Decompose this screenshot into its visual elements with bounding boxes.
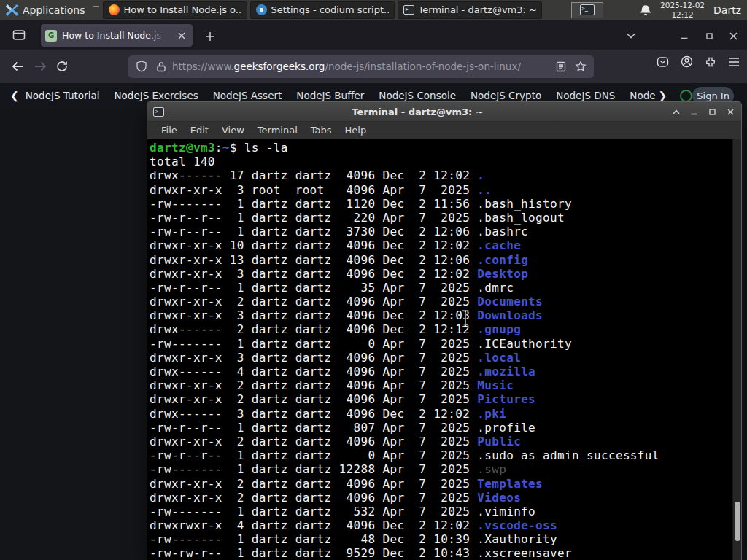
tracking-shield-icon[interactable] [136, 61, 147, 72]
terminal-line: -rw-r--r-- 1 dartz dartz 35 Apr 7 2025 .… [150, 281, 741, 295]
bookmark-star-icon[interactable] [575, 61, 587, 72]
user-menu[interactable]: Dartz [713, 4, 741, 16]
search-icon[interactable] [680, 90, 692, 102]
list-all-tabs-button[interactable] [622, 26, 640, 45]
new-tab-button[interactable] [201, 28, 219, 45]
terminal-line: drwxr-xr-x 2 dartz dartz 4096 Apr 7 2025… [150, 295, 741, 308]
terminal-shade-button[interactable] [671, 107, 681, 117]
nav-scroll-left-icon[interactable]: ❮ [10, 90, 19, 101]
terminal-line: drwxr-xr-x 3 dartz dartz 4096 Dec 2 12:0… [150, 267, 741, 281]
tab-title: How to Install Node.js on [62, 30, 164, 41]
nav-item-nodejs-assert[interactable]: NodeJS Assert [213, 90, 282, 101]
terminal-line: -rw-r--r-- 1 dartz dartz 807 Apr 7 2025 … [150, 421, 741, 435]
nav-item-node-truncated[interactable]: Node [630, 90, 655, 101]
terminal-line: drwxr-xr-x 2 dartz dartz 4096 Apr 7 2025… [150, 491, 741, 505]
menu-terminal[interactable]: Terminal [251, 125, 304, 136]
chevron-up-icon [673, 109, 680, 114]
browser-tab-active[interactable]: G How to Install Node.js on [41, 24, 193, 47]
terminal-body[interactable]: dartz@vm3:~$ ls -latotal 140drwx------ 1… [147, 139, 741, 560]
menu-view[interactable]: View [215, 125, 251, 136]
terminal-line: drwxr-xr-x 2 dartz dartz 4096 Apr 7 2025… [150, 435, 741, 448]
terminal-icon: >_ [403, 5, 414, 15]
close-icon [178, 32, 185, 39]
applications-icon [6, 4, 18, 16]
terminal-scrollbar[interactable] [732, 139, 741, 560]
reload-button[interactable] [51, 55, 73, 77]
menu-file[interactable]: File [155, 125, 184, 136]
firefox-icon [109, 4, 120, 15]
nav-item-nodejs-dns[interactable]: NodeJS DNS [556, 90, 615, 101]
terminal-line: drwx------ 3 dartz dartz 4096 Dec 2 12:0… [150, 407, 741, 421]
terminal-output: dartz@vm3:~$ ls -latotal 140drwx------ 1… [147, 139, 741, 560]
window-minimize-button[interactable] [675, 26, 694, 45]
terminal-line: -rw-r--r-- 1 dartz dartz 0 Apr 7 2025 .s… [150, 448, 741, 462]
terminal-window: >_ Terminal - dartz@vm3: ~ File Edit [147, 102, 741, 560]
reload-icon [56, 61, 68, 72]
menu-tabs[interactable]: Tabs [304, 125, 338, 136]
browser-toolbar: https://www.geeksforgeeks.org/node-js/in… [0, 50, 747, 83]
url-bar[interactable]: https://www.geeksforgeeks.org/node-js/in… [128, 55, 594, 78]
panel-handle [93, 6, 99, 15]
panel-clock[interactable]: 2025-12-02 12:12 [660, 1, 705, 19]
codium-icon [256, 4, 267, 15]
terminal-maximize-button[interactable] [708, 107, 717, 117]
scrollbar-thumb[interactable] [735, 502, 740, 541]
nav-item-nodejs-crypto[interactable]: NodeJS Crypto [471, 90, 541, 101]
terminal-line: drwxr-xr-x 3 dartz dartz 4096 Dec 2 12:0… [150, 308, 741, 322]
close-icon [729, 32, 738, 40]
panel-window-firefox[interactable]: How to Install Node.js o... [103, 1, 247, 19]
terminal-minimize-button[interactable] [689, 107, 699, 117]
geeksforgeeks-favicon: G [45, 30, 57, 42]
reader-mode-icon[interactable] [556, 61, 566, 72]
terminal-line: drwx------ 17 dartz dartz 4096 Dec 2 12:… [150, 168, 741, 182]
pocket-icon[interactable] [657, 56, 669, 68]
extensions-puzzle-icon[interactable] [705, 56, 716, 68]
terminal-close-button[interactable] [726, 107, 735, 117]
terminal-line: drwx------ 4 dartz dartz 4096 Apr 7 2025… [150, 365, 741, 378]
terminal-line: -rw------- 1 dartz dartz 48 Dec 2 10:39 … [150, 532, 741, 546]
terminal-line: -rw-r--r-- 1 dartz dartz 220 Apr 7 2025 … [150, 211, 741, 225]
terminal-line: drwxr-xr-x 13 dartz dartz 4096 Dec 2 12:… [150, 253, 741, 267]
forward-button[interactable] [29, 55, 51, 77]
terminal-line: drwxr-xr-x 3 dartz dartz 4096 Apr 7 2025… [150, 351, 741, 365]
lock-icon[interactable] [156, 61, 166, 72]
terminal-line: -rw------- 1 dartz dartz 0 Apr 7 2025 .I… [150, 337, 741, 351]
close-icon [727, 109, 734, 115]
terminal-line: -rw------- 1 dartz dartz 532 Apr 7 2025 … [150, 505, 741, 518]
firefox-view-button[interactable] [9, 25, 29, 45]
panel-window-codium[interactable]: Settings - codium script... [250, 1, 395, 19]
menu-help[interactable]: Help [338, 125, 374, 136]
terminal-line: -rw-r--r-- 1 dartz dartz 3730 Dec 2 12:0… [150, 225, 741, 238]
nav-item-nodejs-buffer[interactable]: NodeJS Buffer [296, 90, 364, 101]
tab-close-button[interactable] [175, 29, 188, 42]
back-button[interactable] [7, 55, 29, 77]
nav-item-nodejs-exercises[interactable]: NodeJS Exercises [114, 90, 198, 101]
clock-date: 2025-12-02 [660, 1, 705, 10]
terminal-title-bar[interactable]: >_ Terminal - dartz@vm3: ~ [147, 102, 741, 122]
terminal-menu-bar: File Edit View Terminal Tabs Help [147, 122, 741, 139]
chevron-down-icon [627, 33, 635, 39]
applications-label: Applications [23, 4, 85, 16]
forward-arrow-icon [34, 61, 47, 72]
menu-hamburger-icon[interactable] [728, 57, 740, 67]
window-maximize-button[interactable] [700, 26, 719, 45]
notifications-bell-icon[interactable] [640, 4, 651, 16]
terminal-icon: >_ [153, 107, 164, 117]
terminal-line: drwxr-xr-x 2 dartz dartz 4096 Apr 7 2025… [150, 378, 741, 392]
workspace-switcher[interactable]: >_ [571, 2, 603, 18]
maximize-icon [706, 33, 713, 39]
nav-item-nodejs-tutorial[interactable]: NodeJS Tutorial [26, 90, 100, 101]
panel-window-terminal[interactable]: >_ Terminal - dartz@vm3: ~ [398, 1, 542, 19]
window-close-button[interactable] [724, 26, 743, 45]
terminal-line: drwx------ 2 dartz dartz 4096 Dec 2 12:1… [150, 322, 741, 336]
terminal-line: drwxr-xr-x 2 dartz dartz 4096 Apr 7 2025… [150, 392, 741, 406]
nav-item-nodejs-console[interactable]: NodeJS Console [379, 90, 456, 101]
applications-menu-button[interactable]: Applications [0, 0, 91, 20]
workspace-terminal-thumbnail: >_ [580, 4, 595, 15]
minimize-icon [681, 32, 688, 39]
account-icon[interactable] [681, 55, 693, 68]
terminal-line: dartz@vm3:~$ ls -la [150, 141, 741, 155]
menu-edit[interactable]: Edit [184, 125, 215, 136]
url-path: /node-js/installation-of-node-js-on-linu… [325, 61, 521, 72]
nav-scroll-right-icon[interactable]: ❯ [659, 90, 667, 101]
